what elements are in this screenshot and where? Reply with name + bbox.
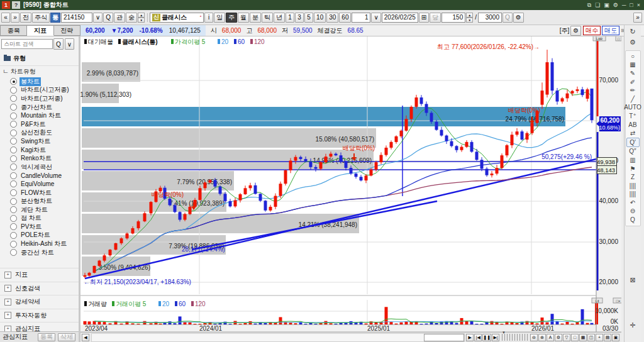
undo-icon[interactable]: ↶ [627, 199, 639, 207]
sidebar-item-4[interactable]: 종가선차트 [10, 103, 79, 112]
candlestick-chart[interactable]: 2.99% (8,039,787)1.90% (5,112,303)24.79%… [80, 36, 621, 332]
brush-tool-icon[interactable]: ✐ [627, 78, 639, 86]
sidebar-item-8[interactable]: Swing차트 [10, 137, 79, 146]
sidebar-item-2[interactable]: 바차트(시고저종) [10, 86, 79, 95]
line-tool-icon[interactable]: ╱ [627, 95, 639, 103]
tool-settings-icon[interactable]: ⚙ [627, 38, 639, 47]
vlines-2-icon[interactable]: |||| [627, 190, 639, 199]
compare-tool-icon[interactable]: ⇄ [627, 129, 639, 137]
interval-1-button[interactable]: 1 [286, 13, 294, 23]
search-icon[interactable]: Q [53, 38, 64, 50]
type-section-header[interactable]: 유형 [0, 52, 79, 66]
all-markets-button[interactable]: 전 [20, 13, 31, 23]
unified-badge[interactable]: 통 [50, 13, 60, 23]
sidebar-item-13[interactable]: EquiVolume [10, 180, 79, 189]
tab-indicator[interactable]: 지표 [27, 25, 53, 36]
expand-icon[interactable]: + [4, 312, 11, 319]
expand-icon[interactable]: + [4, 272, 11, 279]
dang-button[interactable]: 당 [430, 13, 441, 23]
sidebar-item-18[interactable]: PV차트 [10, 223, 79, 231]
interval-10-button[interactable]: 10 [314, 13, 326, 23]
bottom-icon-14[interactable]: ▤ [604, 334, 611, 341]
help-badge[interactable]: ? [12, 1, 20, 9]
stock-code-input[interactable]: 214150 [61, 13, 92, 23]
max-count-input[interactable]: 3000 [478, 13, 502, 23]
interval-5-button[interactable]: 5 [304, 13, 313, 23]
sidebar-item-19[interactable]: POLE차트 [10, 231, 79, 240]
zoom-out-icon[interactable]: ⊖ [627, 207, 639, 216]
sidebar-item-16[interactable]: 계단 차트 [10, 206, 79, 214]
code-dropdown-button[interactable]: ∨ [93, 13, 103, 23]
code-spinner[interactable]: ▲▼ [138, 13, 145, 23]
bottom-icon-13[interactable]: + [596, 334, 603, 341]
sidebar-item-10[interactable]: Renko차트 [10, 154, 79, 163]
sidebar-item-17[interactable]: 점 차트 [10, 214, 79, 223]
nav-forward-button[interactable]: » [11, 13, 19, 23]
smart-search-input[interactable] [1, 39, 53, 49]
stock-name-field[interactable]: 신클래시스″ [150, 13, 204, 23]
bottom-icon-3[interactable]: ▶| [492, 334, 499, 341]
refresh-icon[interactable]: ↻ [627, 27, 639, 36]
pen-tool-icon[interactable]: ✎ [627, 69, 639, 77]
collapse-icon[interactable]: ∨ [65, 38, 74, 50]
marker-tool-icon[interactable]: ✏ [627, 86, 639, 94]
sidebar-삭제-button[interactable]: 삭제 [58, 333, 75, 341]
bottom-icon-1[interactable]: |◀ [474, 334, 482, 341]
nav-back-button[interactable]: « [1, 13, 10, 23]
sell-button[interactable]: 매도 [602, 26, 619, 35]
accordion-지표[interactable]: +지표 [0, 268, 79, 282]
sidebar-item-5[interactable]: Mountain 차트 [10, 111, 79, 120]
vlines-1-icon[interactable]: |||| [627, 182, 639, 190]
sidebar-item-12[interactable]: CandleVolume [10, 172, 79, 180]
sidebar-item-7[interactable]: 삼선전환도 [10, 129, 79, 138]
bottom-icon-7[interactable]: A [547, 334, 554, 341]
copy-icon[interactable]: ❏ [595, 2, 600, 8]
period-tick-button[interactable]: 틱 [262, 13, 273, 23]
asset-type-button[interactable]: 주식 [32, 13, 50, 23]
expand-icon[interactable]: + [4, 285, 11, 292]
period-day-button[interactable]: 일 [214, 13, 225, 23]
bottom-icon-0[interactable]: ▶ [466, 334, 474, 341]
interval-combo-dropdown[interactable]: ∨ [371, 13, 380, 23]
accordion-투자자동향[interactable]: +투자자동향 [0, 309, 79, 323]
text-tool-icon[interactable]: T⁺ [627, 112, 639, 120]
bottom-icon-15[interactable]: ▣ [612, 334, 619, 341]
circle-tool-icon[interactable]: ○ [627, 52, 639, 60]
expand-icon[interactable]: + [4, 299, 11, 306]
flag-tool-icon[interactable]: ⚑ [627, 165, 639, 173]
sidebar-item-1[interactable]: 봉차트 [10, 77, 79, 86]
sidebar-item-14[interactable]: FLOW차트 [10, 189, 79, 197]
bar-count-input[interactable]: 150 [441, 13, 465, 23]
period-year-button[interactable]: 년 [274, 13, 285, 23]
chart-scrollbar[interactable] [91, 333, 465, 342]
pattern-tool-icon[interactable]: ▦ [627, 61, 639, 69]
sidebar-item-11[interactable]: 역시계곡선 [10, 163, 79, 172]
bottom-icon-10[interactable]: □ [571, 334, 579, 341]
minimize-icon[interactable]: ─ [622, 2, 626, 8]
bottom-icon-2[interactable]: ❚❚ [482, 334, 491, 341]
interval-3-button[interactable]: 3 [295, 13, 304, 23]
magnifier-2-icon[interactable]: Q″ [627, 148, 639, 156]
interval-60-button[interactable]: 60 [339, 13, 351, 23]
buy-button[interactable]: 매수 [583, 26, 601, 35]
resize-icon[interactable]: ✛ [627, 321, 639, 330]
settings-icon[interactable]: ⚙ [613, 2, 618, 8]
period-month-button[interactable]: 월 [238, 13, 249, 23]
period-minute-button[interactable]: 분 [250, 13, 261, 23]
chart-type-tree-root[interactable]: ㄴ 차트유형 [0, 66, 79, 77]
period-week-button[interactable]: 주 [226, 13, 237, 23]
close-icon[interactable]: × [637, 2, 640, 8]
interval-combo[interactable]: 1 [352, 13, 370, 23]
accordion-강세약세[interactable]: +강세약세 [0, 295, 79, 309]
chart-zoom-icon[interactable]: ▥ [627, 156, 639, 164]
chart-area[interactable]: 2.99% (8,039,787)1.90% (5,112,303)24.79%… [80, 36, 621, 342]
date-input[interactable]: 2026/02/25 [382, 13, 418, 23]
sidebar-item-21[interactable]: 중간선 차트 [10, 248, 79, 257]
speed-slider[interactable] [502, 334, 528, 341]
zoom-in-icon[interactable]: Q [627, 216, 639, 224]
zigzag-tool-icon[interactable]: Z [627, 173, 639, 181]
auto-tool-icon[interactable]: AUTO [627, 104, 639, 112]
tab-strategy[interactable]: 전략 [54, 25, 80, 36]
chart-settings-button[interactable]: ⚙ [513, 13, 524, 23]
close-panel-icon[interactable]: ⊠ [627, 275, 639, 285]
